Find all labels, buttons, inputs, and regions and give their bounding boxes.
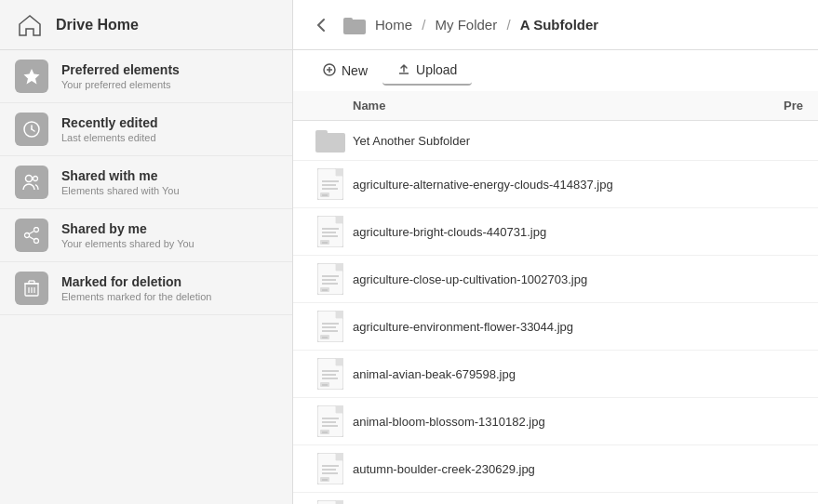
file-name: agriculture-alternative-energy-clouds-41… <box>353 178 803 192</box>
file-name: agriculture-bright-clouds-440731.jpg <box>353 225 803 239</box>
new-button[interactable]: New <box>308 58 382 85</box>
svg-rect-49 <box>336 311 343 318</box>
sidebar-item-sublabel-preferred: Your preferred elements <box>61 79 180 90</box>
toolbar: New Upload <box>293 50 818 91</box>
file-image-icon <box>308 453 353 484</box>
svg-rect-60 <box>320 382 329 387</box>
file-list-header: Name Pre <box>293 91 818 121</box>
folder-icon <box>308 128 353 153</box>
svg-rect-70 <box>336 453 343 460</box>
sidebar-item-sublabel-shared-with-me: Elements shared with You <box>61 185 180 196</box>
table-row[interactable]: Yet Another Subfolder <box>293 121 818 161</box>
sidebar-title: Drive Home <box>56 17 139 33</box>
table-row[interactable]: agriculture-close-up-cultivation-1002703… <box>293 256 818 303</box>
svg-rect-53 <box>320 335 329 339</box>
sidebar-item-text-marked-deletion: Marked for deletion Elements marked for … <box>61 274 211 302</box>
breadcrumb-myfolder[interactable]: My Folder <box>436 17 498 33</box>
svg-rect-20 <box>343 18 353 22</box>
col-name-header: Name <box>353 99 729 113</box>
col-preview-header: Pre <box>729 99 803 113</box>
plus-icon <box>323 63 336 79</box>
breadcrumb: Home / My Folder / A Subfolder <box>375 17 598 33</box>
svg-rect-77 <box>336 500 343 504</box>
svg-point-4 <box>26 176 33 182</box>
home-icon <box>15 10 45 40</box>
upload-label: Upload <box>416 62 457 77</box>
svg-line-9 <box>30 232 34 234</box>
file-image-icon <box>308 405 353 437</box>
file-name: animal-bloom-blossom-1310182.jpg <box>353 415 803 429</box>
table-row[interactable]: agriculture-bright-clouds-440731.jpg <box>293 208 818 256</box>
sidebar-items-list: Preferred elements Your preferred elemen… <box>0 50 292 315</box>
breadcrumb-home[interactable]: Home <box>375 17 412 33</box>
sidebar-item-text-shared-by-me: Shared by me Your elements shared by You <box>61 221 194 249</box>
file-image-icon <box>308 168 353 200</box>
file-image-icon <box>308 263 353 295</box>
sidebar-item-label-marked-deletion: Marked for deletion <box>61 274 211 289</box>
back-button[interactable] <box>308 12 334 38</box>
svg-rect-26 <box>315 130 328 137</box>
svg-rect-39 <box>320 240 329 245</box>
sidebar-home-header[interactable]: Drive Home <box>0 0 292 50</box>
svg-rect-28 <box>336 168 343 176</box>
svg-rect-56 <box>336 358 343 365</box>
svg-rect-67 <box>320 430 329 434</box>
folder-header-icon <box>342 12 368 38</box>
clock-icon <box>15 113 48 146</box>
new-label: New <box>342 63 368 78</box>
main-header: Home / My Folder / A Subfolder <box>293 0 818 50</box>
file-image-icon <box>308 216 353 247</box>
table-row[interactable]: animal-avian-beak-679598.jpg <box>293 351 818 398</box>
file-image-icon <box>308 500 353 504</box>
svg-rect-63 <box>336 405 343 413</box>
upload-button[interactable]: Upload <box>382 57 472 86</box>
svg-point-5 <box>34 177 38 181</box>
table-row[interactable]: autumn-business-daylight-296085.jpg <box>293 493 818 504</box>
main-content: Home / My Folder / A Subfolder New Uploa… <box>293 0 818 504</box>
table-row[interactable]: agriculture-environment-flower-33044.jpg <box>293 303 818 351</box>
sidebar-item-marked-deletion[interactable]: Marked for deletion Elements marked for … <box>0 262 292 315</box>
file-name: agriculture-environment-flower-33044.jpg <box>353 320 803 334</box>
star-icon <box>15 60 48 93</box>
svg-line-10 <box>30 237 34 240</box>
file-list: Name Pre Yet Another Subfolder agricultu… <box>293 91 818 504</box>
table-row[interactable]: agriculture-alternative-energy-clouds-41… <box>293 161 818 208</box>
svg-line-3 <box>32 129 34 131</box>
svg-marker-0 <box>24 69 40 85</box>
file-name: autumn-boulder-creek-230629.jpg <box>353 462 803 476</box>
svg-rect-32 <box>320 192 329 197</box>
sidebar-item-sublabel-marked-deletion: Elements marked for the deletion <box>61 291 211 302</box>
sidebar-item-label-shared-by-me: Shared by me <box>61 221 194 236</box>
svg-rect-35 <box>336 216 343 223</box>
sidebar-item-shared-with-me[interactable]: Shared with me Elements shared with You <box>0 156 292 209</box>
sidebar-item-sublabel-recently-edited: Last elements edited <box>61 132 157 143</box>
svg-rect-74 <box>320 477 329 482</box>
sidebar-item-text-recently-edited: Recently edited Last elements edited <box>61 115 157 143</box>
file-image-icon <box>308 311 353 342</box>
sidebar-item-label-shared-with-me: Shared with me <box>61 168 180 183</box>
file-name: Yet Another Subfolder <box>353 134 803 148</box>
sidebar-item-label-preferred: Preferred elements <box>61 62 180 77</box>
sidebar-item-text-shared-with-me: Shared with me Elements shared with You <box>61 168 180 196</box>
sidebar-item-label-recently-edited: Recently edited <box>61 115 157 130</box>
sidebar-item-text-preferred: Preferred elements Your preferred elemen… <box>61 62 180 90</box>
file-name: agriculture-close-up-cultivation-1002703… <box>353 272 803 286</box>
file-name: animal-avian-beak-679598.jpg <box>353 367 803 381</box>
trash-icon <box>15 272 48 305</box>
table-row[interactable]: animal-bloom-blossom-1310182.jpg <box>293 398 818 445</box>
sidebar: Drive Home Preferred elements Your prefe… <box>0 0 293 504</box>
table-row[interactable]: autumn-boulder-creek-230629.jpg <box>293 445 818 493</box>
people-icon <box>15 166 48 199</box>
upload-icon <box>397 62 410 78</box>
file-image-icon <box>308 358 353 390</box>
svg-rect-42 <box>336 263 343 271</box>
svg-rect-46 <box>320 287 329 292</box>
file-rows-container: Yet Another Subfolder agriculture-altern… <box>293 121 818 504</box>
sidebar-item-shared-by-me[interactable]: Shared by me Your elements shared by You <box>0 209 292 262</box>
breadcrumb-current[interactable]: A Subfolder <box>520 17 598 33</box>
sidebar-item-recently-edited[interactable]: Recently edited Last elements edited <box>0 103 292 156</box>
svg-point-8 <box>25 233 30 238</box>
app-container: Drive Home Preferred elements Your prefe… <box>0 0 818 504</box>
svg-point-6 <box>34 228 39 232</box>
sidebar-item-preferred[interactable]: Preferred elements Your preferred elemen… <box>0 50 292 103</box>
